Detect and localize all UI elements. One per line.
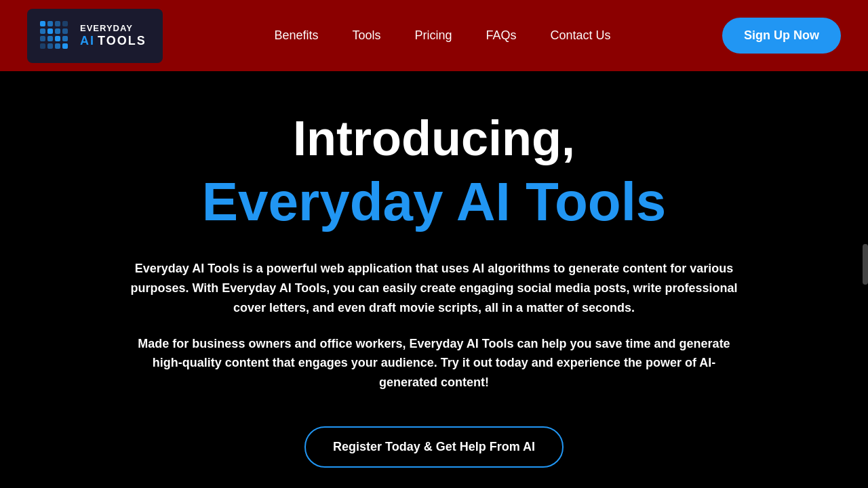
svg-rect-7 xyxy=(62,28,68,34)
signup-button[interactable]: Sign Up Now xyxy=(722,18,841,54)
logo[interactable]: EVERYDAY AI TOOLS xyxy=(27,9,163,63)
svg-rect-1 xyxy=(47,21,53,26)
svg-rect-3 xyxy=(62,21,68,26)
hero-description-1: Everyday AI Tools is a powerful web appl… xyxy=(129,259,739,317)
hero-section: Introducing, Everyday AI Tools Everyday … xyxy=(0,71,868,488)
nav-pricing[interactable]: Pricing xyxy=(414,28,452,42)
logo-ai: AI xyxy=(80,34,95,49)
svg-rect-0 xyxy=(40,21,45,26)
svg-rect-10 xyxy=(55,36,60,41)
svg-rect-15 xyxy=(62,43,68,49)
navbar: EVERYDAY AI TOOLS Benefits Tools Pricing… xyxy=(0,0,868,71)
svg-rect-13 xyxy=(47,43,53,49)
nav-links: Benefits Tools Pricing FAQs Contact Us xyxy=(274,28,610,43)
svg-rect-12 xyxy=(40,43,45,49)
scrollbar[interactable] xyxy=(863,244,868,285)
svg-rect-4 xyxy=(40,28,45,34)
svg-rect-9 xyxy=(47,36,53,41)
svg-rect-11 xyxy=(62,36,68,41)
svg-rect-2 xyxy=(55,21,60,26)
nav-tools[interactable]: Tools xyxy=(352,28,380,42)
logo-tools: TOOLS xyxy=(98,34,146,49)
svg-rect-6 xyxy=(55,28,60,34)
logo-icon xyxy=(38,19,72,53)
hero-title: Everyday AI Tools xyxy=(68,172,800,232)
nav-benefits[interactable]: Benefits xyxy=(274,28,318,42)
logo-text: EVERYDAY AI TOOLS xyxy=(80,23,146,48)
hero-description-2: Made for business owners and office work… xyxy=(129,334,739,392)
nav-faqs[interactable]: FAQs xyxy=(486,28,517,42)
register-button[interactable]: Register Today & Get Help From AI xyxy=(304,426,564,468)
hero-intro: Introducing, xyxy=(68,112,800,165)
svg-rect-8 xyxy=(40,36,45,41)
logo-everyday: EVERYDAY xyxy=(80,23,146,34)
nav-contact[interactable]: Contact Us xyxy=(551,28,611,42)
svg-rect-5 xyxy=(47,28,53,34)
svg-rect-14 xyxy=(55,43,60,49)
